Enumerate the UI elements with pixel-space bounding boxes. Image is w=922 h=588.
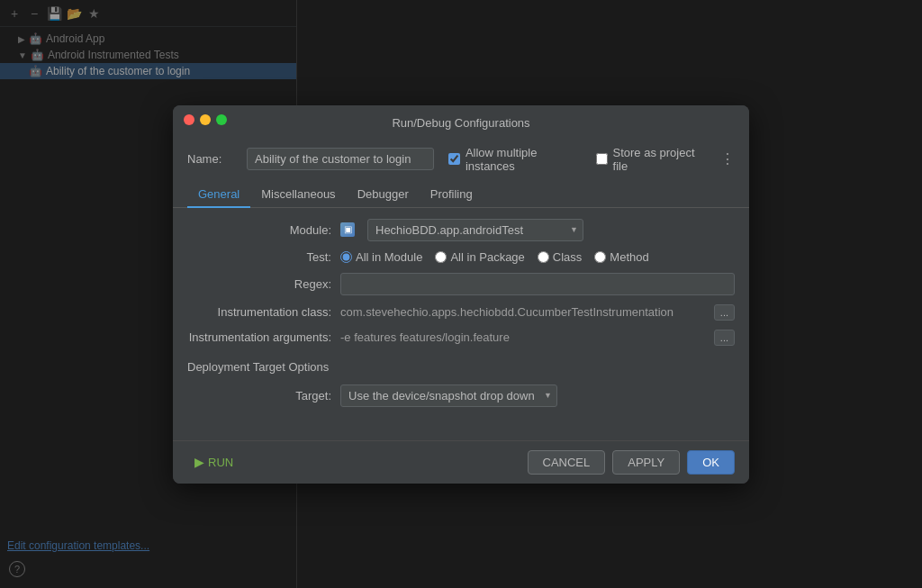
dialog-titlebar: Run/Debug Configurations [173, 105, 749, 137]
regex-label: Regex: [187, 277, 331, 291]
radio-all-in-module-label: All in Module [356, 250, 422, 264]
traffic-light-minimize[interactable] [200, 114, 211, 125]
tab-miscellaneous[interactable]: Miscellaneous [250, 182, 346, 208]
regex-row: Regex: [187, 273, 735, 295]
footer-right: CANCEL APPLY OK [528, 450, 736, 475]
test-radio-group: All in Module All in Package Class [340, 250, 649, 264]
footer-left: ▶ RUN [187, 450, 520, 474]
tab-bar: General Miscellaneous Debugger Profiling [173, 182, 749, 208]
instrumentation-args-label: Instrumentation arguments: [187, 330, 331, 344]
target-row: Target: Use the device/snapshot drop dow… [187, 384, 735, 407]
cancel-button[interactable]: CANCEL [528, 450, 606, 475]
radio-all-in-package-input[interactable] [435, 251, 447, 263]
radio-class-label: Class [553, 250, 583, 264]
radio-method[interactable]: Method [594, 250, 648, 264]
radio-method-input[interactable] [594, 251, 606, 263]
store-as-project-checkbox[interactable] [596, 153, 608, 165]
module-select[interactable]: HechioBDD.app.androidTest [367, 219, 583, 241]
options-icon[interactable]: ⋮ [720, 150, 735, 167]
allow-multiple-group: Allow multiple instances [448, 146, 582, 173]
tab-general[interactable]: General [187, 182, 250, 208]
tab-debugger[interactable]: Debugger [347, 182, 420, 208]
run-debug-dialog: Run/Debug Configurations Name: Allow mul… [173, 105, 749, 484]
store-as-project-group: Store as project file [596, 146, 706, 173]
radio-all-in-module[interactable]: All in Module [340, 250, 422, 264]
test-row: Test: All in Module All in Package [187, 250, 735, 264]
radio-all-in-module-input[interactable] [340, 251, 352, 263]
instrumentation-args-row: Instrumentation arguments: -e features f… [187, 330, 735, 346]
regex-input[interactable] [340, 273, 735, 295]
instrumentation-class-label: Instrumentation class: [187, 305, 331, 319]
instrumentation-args-value: -e features features/login.feature [340, 330, 705, 344]
dialog-overlay: Run/Debug Configurations Name: Allow mul… [0, 0, 922, 588]
run-label: RUN [208, 456, 233, 469]
instrumentation-args-ellipsis[interactable]: ... [714, 330, 735, 346]
radio-class[interactable]: Class [538, 250, 583, 264]
run-button[interactable]: ▶ RUN [187, 450, 240, 474]
name-label: Name: [187, 152, 232, 166]
radio-method-label: Method [610, 250, 648, 264]
form-content: Module: ▣ HechioBDD.app.androidTest Test… [173, 208, 749, 418]
dialog-footer: ▶ RUN CANCEL APPLY OK [173, 440, 749, 484]
target-select-wrapper: Use the device/snapshot drop down [340, 384, 557, 407]
module-label: Module: [187, 223, 331, 237]
traffic-lights [184, 114, 227, 125]
tab-profiling[interactable]: Profiling [420, 182, 484, 208]
module-select-wrapper: HechioBDD.app.androidTest [367, 219, 583, 241]
store-as-project-label: Store as project file [613, 146, 706, 173]
run-icon: ▶ [194, 455, 204, 469]
target-select[interactable]: Use the device/snapshot drop down [340, 384, 557, 407]
dialog-title: Run/Debug Configurations [392, 116, 529, 130]
allow-multiple-label: Allow multiple instances [466, 146, 582, 173]
radio-all-in-package-label: All in Package [450, 250, 524, 264]
name-input[interactable] [247, 148, 434, 170]
target-label: Target: [187, 389, 331, 403]
radio-class-input[interactable] [538, 251, 549, 263]
dialog-body: Name: Allow multiple instances Store as … [173, 137, 749, 440]
name-row: Name: Allow multiple instances Store as … [173, 137, 749, 182]
module-icon: ▣ [340, 222, 355, 237]
deployment-section-header: Deployment Target Options [187, 355, 735, 375]
radio-all-in-package[interactable]: All in Package [435, 250, 524, 264]
instrumentation-class-ellipsis[interactable]: ... [714, 304, 735, 321]
allow-multiple-checkbox[interactable] [448, 153, 460, 165]
traffic-light-maximize[interactable] [216, 114, 227, 125]
instrumentation-class-value: com.stevehechio.apps.hechiobdd.CucumberT… [340, 305, 705, 319]
ok-button[interactable]: OK [687, 450, 735, 475]
traffic-light-close[interactable] [184, 114, 194, 125]
instrumentation-class-row: Instrumentation class: com.stevehechio.a… [187, 304, 735, 321]
apply-button[interactable]: APPLY [612, 450, 680, 475]
test-label: Test: [187, 250, 331, 264]
module-row: Module: ▣ HechioBDD.app.androidTest [187, 219, 735, 241]
ide-background: + − 💾 📂 ★ ▶ 🤖 Android App ▼ 🤖 Android In… [0, 0, 922, 588]
